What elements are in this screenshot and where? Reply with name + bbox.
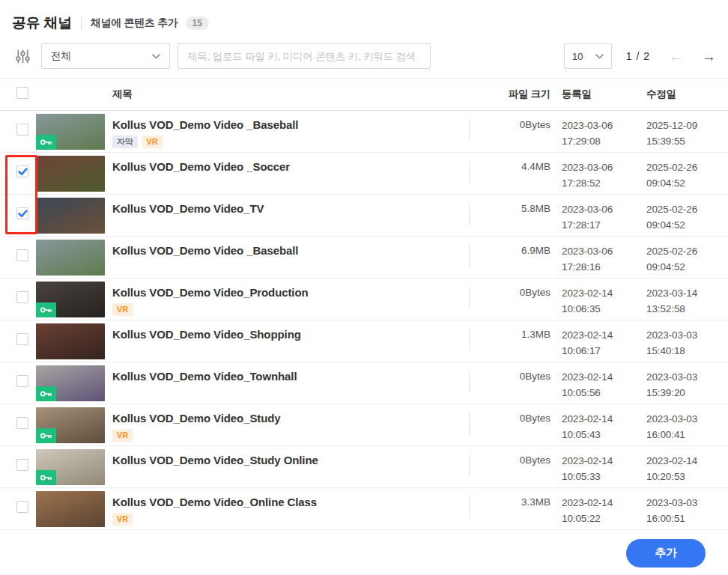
pagination: 10 1 / 2 ← → — [564, 43, 716, 69]
tag-list: VR — [112, 513, 470, 526]
add-button[interactable]: 추가 — [626, 539, 706, 568]
page-footer: 추가 — [0, 530, 728, 575]
column-header-modified: 수정일 — [646, 88, 728, 101]
table-row: Kollus VOD_Demo Video _Baseball 자막VR 0By… — [0, 111, 728, 153]
column-header-created: 등록일 — [556, 88, 646, 101]
video-title[interactable]: Kollus VOD_Demo Video_TV — [112, 202, 470, 215]
file-size: 0Bytes — [470, 111, 556, 152]
file-size: 3.3MB — [470, 488, 556, 529]
table-row: Kollus VOD_Demo Video_Shopping 1.3MB 202… — [0, 320, 728, 362]
row-checkbox[interactable] — [16, 333, 28, 345]
modified-at: 2023-03-0316:00:41 — [646, 404, 728, 445]
key-icon — [36, 135, 56, 150]
select-all-checkbox[interactable] — [16, 87, 28, 99]
created-at: 2023-03-0617:28:17 — [556, 195, 646, 236]
search-input[interactable] — [178, 43, 431, 69]
modified-at: 2023-03-0315:40:18 — [646, 320, 728, 362]
row-checkbox[interactable] — [16, 207, 28, 219]
row-checkbox[interactable] — [16, 291, 28, 303]
row-checkbox[interactable] — [16, 459, 28, 471]
next-page-icon[interactable]: → — [702, 49, 716, 64]
video-thumbnail[interactable] — [36, 365, 105, 401]
key-icon — [36, 470, 56, 485]
table-row: Kollus VOD_Demo Video_Study VR 0Bytes 20… — [0, 404, 728, 446]
filter-dropdown-value: 전체 — [51, 49, 71, 63]
page-size-value: 10 — [572, 51, 583, 62]
created-at: 2023-02-1410:06:17 — [556, 320, 646, 362]
file-size: 0Bytes — [470, 279, 556, 320]
table-row: Kollus VOD_Demo Video_Online Class VR 3.… — [0, 488, 728, 530]
video-thumbnail[interactable] — [36, 282, 105, 317]
created-at: 2023-02-1410:05:22 — [556, 488, 646, 529]
created-at: 2023-02-1410:05:43 — [556, 404, 646, 445]
video-thumbnail[interactable] — [36, 449, 105, 485]
file-size: 1.3MB — [470, 320, 556, 362]
video-title[interactable]: Kollus VOD_Demo Video_Study Online — [112, 454, 470, 466]
toolbar: 전체 10 1 / 2 ← → — [0, 43, 728, 69]
content-count-badge: 15 — [186, 16, 209, 30]
modified-at: 2025-12-0915:39:55 — [646, 111, 728, 152]
file-size: 6.9MB — [470, 237, 556, 278]
row-checkbox[interactable] — [16, 124, 28, 136]
video-title[interactable]: Kollus VOD_Demo Video _Soccer — [112, 160, 470, 173]
tag-badge: VR — [142, 136, 163, 148]
key-icon — [36, 302, 56, 317]
video-title[interactable]: Kollus VOD_Demo Video_Townhall — [112, 370, 470, 383]
table-row: Kollus VOD_Demo Video_TV 5.8MB 2023-03-0… — [0, 195, 728, 237]
video-title[interactable]: Kollus VOD_Demo Video _Baseball — [112, 118, 470, 131]
video-thumbnail[interactable] — [36, 407, 105, 443]
tag-badge: VR — [112, 513, 133, 526]
table-body: Kollus VOD_Demo Video _Baseball 자막VR 0By… — [0, 111, 728, 530]
key-icon — [36, 386, 56, 401]
modified-at: 2023-03-0316:00:51 — [646, 488, 728, 529]
breadcrumb: 채널에 콘텐츠 추가 — [91, 16, 178, 30]
row-checkbox[interactable] — [16, 249, 28, 261]
page-indicator: 1 / 2 — [626, 50, 650, 62]
page-size-select[interactable]: 10 — [564, 43, 612, 69]
modified-at: 2025-02-2609:04:52 — [646, 237, 728, 278]
video-title[interactable]: Kollus VOD_Demo Video_Study — [112, 412, 470, 425]
table-header: 제목 파일 크기 등록일 수정일 — [0, 79, 728, 111]
table-row: Kollus VOD_Demo Video _Soccer 4.4MB 2023… — [0, 153, 728, 195]
chevron-down-icon — [595, 54, 604, 59]
row-checkbox[interactable] — [16, 417, 28, 429]
tag-list: VR — [112, 303, 470, 316]
file-size: 0Bytes — [470, 404, 556, 445]
created-at: 2023-02-1410:05:56 — [556, 362, 646, 404]
table-row: Kollus VOD_Demo Video_Study Online 0Byte… — [0, 446, 728, 488]
file-size: 0Bytes — [470, 446, 556, 487]
prev-page-icon[interactable]: ← — [669, 49, 683, 64]
video-thumbnail[interactable] — [36, 240, 105, 276]
created-at: 2023-03-0617:28:16 — [556, 237, 646, 278]
video-thumbnail[interactable] — [36, 323, 105, 359]
created-at: 2023-02-1410:06:35 — [556, 279, 646, 320]
tag-badge: VR — [112, 429, 133, 442]
table-row: Kollus VOD_Demo Video_Production VR 0Byt… — [0, 279, 728, 320]
row-checkbox[interactable] — [16, 165, 28, 177]
video-thumbnail[interactable] — [36, 491, 105, 527]
file-size: 0Bytes — [470, 362, 556, 404]
column-header-title: 제목 — [112, 88, 470, 101]
video-title[interactable]: Kollus VOD_Demo Video_Production — [112, 286, 470, 299]
title-divider — [81, 17, 82, 30]
row-checkbox[interactable] — [16, 501, 28, 513]
column-header-size: 파일 크기 — [470, 88, 556, 101]
tag-badge: VR — [112, 303, 133, 316]
modified-at: 2025-02-2609:04:52 — [646, 195, 728, 236]
key-icon — [36, 428, 56, 443]
modified-at: 2023-03-1413:52:58 — [646, 279, 728, 320]
chevron-down-icon — [152, 54, 160, 59]
video-title[interactable]: Kollus VOD_Demo Video _Baseball — [112, 244, 470, 257]
video-title[interactable]: Kollus VOD_Demo Video_Shopping — [112, 328, 470, 341]
video-thumbnail[interactable] — [36, 198, 105, 234]
tag-badge: 자막 — [112, 136, 138, 148]
row-checkbox[interactable] — [16, 375, 28, 387]
video-title[interactable]: Kollus VOD_Demo Video_Online Class — [112, 496, 470, 508]
video-thumbnail[interactable] — [36, 156, 105, 192]
page-header: 공유 채널 채널에 콘텐츠 추가 15 — [0, 0, 728, 33]
video-thumbnail[interactable] — [36, 114, 105, 150]
filter-sliders-icon[interactable] — [15, 49, 31, 64]
filter-dropdown[interactable]: 전체 — [41, 43, 170, 69]
modified-at: 2025-02-2609:04:52 — [646, 153, 728, 194]
file-size: 4.4MB — [470, 153, 556, 194]
